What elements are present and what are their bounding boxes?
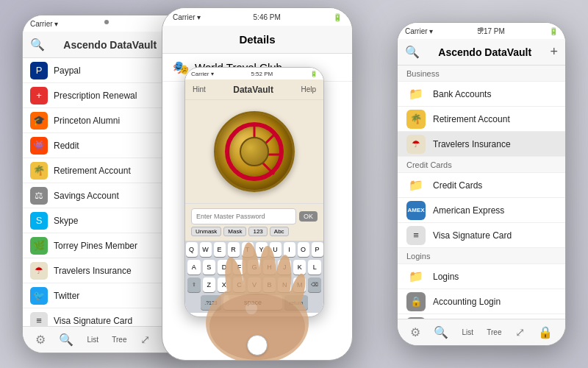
list-item[interactable]: ≡ Visa Signature Card xyxy=(398,223,565,248)
inner-hint[interactable]: Hint xyxy=(193,85,206,93)
retirement-r-icon: 🌴 xyxy=(406,110,426,129)
amex-label: American Express xyxy=(433,205,504,216)
left-carrier: Carrier ▾ xyxy=(30,20,58,28)
right-nav-bar: 🔍 Ascendo DataVault + xyxy=(398,39,565,66)
travelers-icon: ☂ xyxy=(30,262,48,280)
logins-label: Logins xyxy=(406,252,430,261)
inner-nav-title: DataVault xyxy=(233,85,273,95)
left-tree-btn[interactable]: Tree xyxy=(112,336,126,344)
credit-cards-label: Credit Cards xyxy=(406,160,452,169)
right-add-icon[interactable]: + xyxy=(550,44,558,60)
amex-icon: AMEX xyxy=(406,201,426,220)
inner-time: 5:52 PM xyxy=(251,71,273,77)
inner-battery: 🔋 xyxy=(310,71,318,77)
rx-icon: + xyxy=(30,87,48,105)
reddit-label: Reddit xyxy=(54,141,79,151)
middle-battery-icon: 🔋 xyxy=(333,13,342,21)
business-section-header: Business xyxy=(398,66,565,82)
credit-cards-section-header: Credit Cards xyxy=(398,157,565,173)
right-settings-icon[interactable]: ⚙ xyxy=(410,325,420,339)
paypal-icon: P xyxy=(30,62,48,79)
list-item[interactable]: AMEX American Express xyxy=(398,198,565,223)
right-expand-icon[interactable]: ⤢ xyxy=(515,325,525,339)
travelers-r-icon: ☂ xyxy=(406,135,426,154)
list-item[interactable]: 📁 Logins xyxy=(398,264,565,289)
left-search-bottom-icon[interactable]: 🔍 xyxy=(59,333,74,347)
left-title: Ascendo DataVault xyxy=(63,39,157,51)
right-lock-icon[interactable]: 🔒 xyxy=(538,325,553,339)
list-item[interactable]: ☂ Travelers Insurance xyxy=(398,132,565,157)
skype-icon: S xyxy=(30,212,48,230)
middle-detail-title: Details xyxy=(239,33,275,46)
vault-center xyxy=(240,137,269,166)
right-carrier: Carrier ▾ xyxy=(405,27,433,35)
svg-point-7 xyxy=(245,302,257,314)
right-list-btn[interactable]: List xyxy=(462,328,474,336)
bank-label: Bank Accounts xyxy=(433,89,491,99)
accounting-label: Accounting Login xyxy=(433,297,501,307)
middle-carrier: Carrier ▾ xyxy=(173,13,201,21)
right-search-icon[interactable]: 🔍 xyxy=(405,45,420,59)
princeton-icon: 🎓 xyxy=(30,112,48,130)
travelers-r-label: Travelers Insurance xyxy=(433,139,511,149)
cc-folder-icon: 📁 xyxy=(406,176,426,195)
top-dot xyxy=(104,20,109,24)
logins-section-header: Logins xyxy=(398,248,565,264)
visa-icon: ≡ xyxy=(30,312,48,327)
right-bottom-bar: ⚙ 🔍 List Tree ⤢ 🔒 xyxy=(398,319,565,345)
left-list-btn[interactable]: List xyxy=(87,336,99,344)
list-item[interactable]: 📁 Bank Accounts xyxy=(398,82,565,107)
right-list-area: Business 📁 Bank Accounts 🌴 Retirement Ac… xyxy=(398,66,565,319)
middle-phone: Carrier ▾ 5:46 PM 🔋 Details 🎭 World Trav… xyxy=(162,7,353,361)
vault-area xyxy=(185,100,323,203)
middle-home-button[interactable] xyxy=(247,335,268,355)
visa-label: Visa Signature Card xyxy=(54,316,132,326)
right-top-dot xyxy=(479,27,484,32)
logins-folder-label: Logins xyxy=(433,272,459,282)
left-settings-icon[interactable]: ⚙ xyxy=(35,333,46,347)
right-title: Ascendo DataVault xyxy=(438,46,531,58)
inner-nav-bar: Hint DataVault Help xyxy=(185,79,323,100)
torrey-icon: 🌿 xyxy=(30,237,48,255)
skype-label: Skype xyxy=(54,216,78,226)
vault-icon xyxy=(214,111,295,192)
business-label: Business xyxy=(406,69,440,78)
right-tree-btn[interactable]: Tree xyxy=(487,328,501,336)
middle-time: 5:46 PM xyxy=(254,13,281,21)
savings-icon: ⚖ xyxy=(30,187,48,205)
reddit-icon: 👾 xyxy=(30,137,48,155)
accounting-icon: 🔒 xyxy=(406,292,426,311)
list-item[interactable]: 🔒 Accounting Login xyxy=(398,289,565,314)
inner-carrier: Carrier ▾ xyxy=(191,71,214,77)
middle-status-bar: Carrier ▾ 5:46 PM 🔋 xyxy=(162,8,352,26)
inner-help[interactable]: Help xyxy=(301,85,316,93)
torrey-label: Torrey Pines Member xyxy=(54,241,137,251)
list-item[interactable]: 🌴 Retirement Account xyxy=(398,107,565,132)
list-item[interactable]: 📁 Credit Cards xyxy=(398,173,565,198)
right-search-bottom-icon[interactable]: 🔍 xyxy=(434,325,448,339)
middle-detail-header: Details xyxy=(162,26,352,54)
princeton-label: Princeton Alumni xyxy=(54,116,120,126)
savings-label: Savings Account xyxy=(54,191,119,201)
cc-folder-label: Credit Cards xyxy=(433,180,482,191)
left-search-icon[interactable]: 🔍 xyxy=(30,38,45,52)
bank-icon: 📁 xyxy=(406,85,426,104)
logins-folder-icon: 📁 xyxy=(406,267,426,286)
visa-r-label: Visa Signature Card xyxy=(433,230,512,241)
twitter-icon: 🐦 xyxy=(30,287,48,305)
prescription-label: Prescription Renewal xyxy=(54,91,137,101)
inner-status-bar: Carrier ▾ 5:52 PM 🔋 xyxy=(185,68,323,79)
travelers-label: Travelers Insurance xyxy=(54,266,132,276)
right-phone: Carrier ▾ 5:17 PM 🔋 🔍 Ascendo DataVault … xyxy=(397,22,566,346)
twitter-label: Twitter xyxy=(54,291,79,301)
paypal-label: Paypal xyxy=(54,66,81,76)
visa-r-icon: ≡ xyxy=(406,226,426,245)
retirement-icon: 🌴 xyxy=(30,162,48,180)
retirement-label: Retirement Account xyxy=(54,166,131,176)
right-battery-icon: 🔋 xyxy=(549,27,558,35)
left-expand-icon[interactable]: ⤢ xyxy=(140,333,150,347)
retirement-r-label: Retirement Account xyxy=(433,114,510,124)
